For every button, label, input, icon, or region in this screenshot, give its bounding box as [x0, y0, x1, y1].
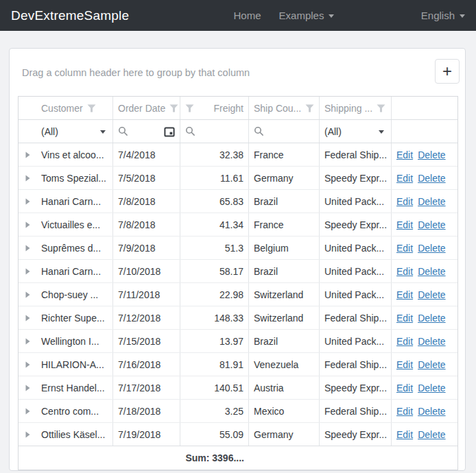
delete-link[interactable]: Delete	[418, 266, 445, 277]
order-date-cell: 7/18/2018	[113, 400, 180, 422]
customer-cell: Victuailles e...	[36, 213, 113, 236]
expand-cell	[19, 283, 36, 306]
nav-menu: Home Examples	[216, 10, 335, 21]
order-date-cell: 7/17/2018	[113, 376, 180, 399]
customer-cell: Richter Supe...	[36, 306, 113, 329]
shipping-cell: United Pack...	[320, 190, 392, 213]
expand-cell	[19, 190, 36, 213]
language-selector[interactable]: English	[421, 10, 465, 21]
filter-freight-input[interactable]	[180, 120, 249, 143]
actions-cell: Edit Delete	[392, 376, 459, 399]
edit-link[interactable]: Edit	[396, 243, 413, 254]
filter-funnel-icon[interactable]	[87, 104, 96, 112]
table-row: HILARION-A... 7/16/2018 81.91 Venezuela …	[19, 353, 457, 376]
group-panel-drop-zone[interactable]: Drag a column header here to group by th…	[22, 67, 250, 78]
edit-link[interactable]: Edit	[396, 289, 413, 300]
delete-link[interactable]: Delete	[418, 406, 445, 417]
order-date-cell: 7/5/2018	[113, 167, 180, 189]
delete-link[interactable]: Delete	[418, 289, 445, 300]
column-header-freight[interactable]: Freight	[180, 97, 249, 119]
freight-cell: 51.3	[180, 236, 249, 259]
expand-cell	[19, 423, 36, 446]
filter-funnel-icon[interactable]	[185, 104, 194, 112]
add-row-button[interactable]: +	[435, 59, 460, 84]
chevron-down-icon[interactable]	[379, 130, 384, 134]
ship-country-cell: Brazil	[249, 190, 320, 213]
freight-cell: 41.34	[180, 213, 249, 236]
column-header-ship-country[interactable]: Ship Cou...	[249, 97, 320, 119]
actions-cell: Edit Delete	[392, 283, 459, 306]
actions-cell: Edit Delete	[392, 213, 459, 236]
calendar-icon[interactable]	[164, 126, 175, 137]
actions-cell: Edit Delete	[392, 353, 459, 376]
filter-customer-select[interactable]: (All)	[36, 120, 113, 143]
order-date-cell: 7/11/2018	[113, 283, 180, 306]
search-icon	[185, 126, 195, 136]
filter-ship-country-input[interactable]	[249, 120, 320, 143]
delete-link[interactable]: Delete	[418, 336, 445, 347]
expand-row-icon[interactable]	[25, 268, 30, 275]
delete-link[interactable]: Delete	[418, 219, 445, 230]
grid-filter-row: (All)	[19, 120, 457, 143]
edit-link[interactable]: Edit	[396, 173, 413, 184]
expand-row-icon[interactable]	[25, 175, 30, 182]
expand-row-icon[interactable]	[25, 431, 30, 438]
delete-link[interactable]: Delete	[418, 243, 445, 254]
delete-link[interactable]: Delete	[418, 313, 445, 324]
expand-row-icon[interactable]	[25, 221, 30, 228]
expand-row-icon[interactable]	[25, 245, 30, 252]
expand-row-icon[interactable]	[25, 315, 30, 322]
nav-item-examples[interactable]: Examples	[279, 10, 335, 21]
edit-link[interactable]: Edit	[396, 266, 413, 277]
filter-funnel-icon[interactable]	[169, 104, 178, 112]
edit-link[interactable]: Edit	[396, 383, 413, 393]
expand-row-icon[interactable]	[25, 198, 30, 205]
expand-column-header	[19, 97, 36, 119]
edit-link[interactable]: Edit	[396, 219, 413, 230]
app-brand[interactable]: DevExtremeSample	[11, 8, 129, 23]
delete-link[interactable]: Delete	[418, 196, 445, 207]
customer-cell: Ottilies Käsel...	[36, 423, 113, 446]
table-row: Hanari Carn... 7/8/2018 65.83 Brazil Uni…	[19, 190, 457, 213]
filter-shipping-select[interactable]: (All)	[320, 120, 392, 143]
expand-row-icon[interactable]	[25, 151, 30, 158]
delete-link[interactable]: Delete	[418, 173, 445, 184]
edit-link[interactable]: Edit	[396, 429, 413, 440]
column-header-customer[interactable]: Customer	[36, 97, 113, 119]
column-header-shipping[interactable]: Shipping ...	[320, 97, 392, 119]
grid-header-row: Customer Order Date Freight Ship Cou...	[19, 97, 457, 120]
ship-country-cell: Switzerland	[249, 283, 320, 306]
filter-funnel-icon[interactable]	[305, 104, 314, 112]
expand-row-icon[interactable]	[25, 361, 30, 368]
edit-link[interactable]: Edit	[396, 196, 413, 207]
freight-cell: 55.09	[180, 423, 249, 446]
expand-row-icon[interactable]	[25, 385, 30, 391]
edit-link[interactable]: Edit	[396, 313, 413, 324]
expand-row-icon[interactable]	[25, 408, 30, 415]
nav-right: English	[421, 10, 465, 21]
shipping-cell: United Pack...	[320, 260, 392, 282]
filter-customer-value: (All)	[41, 126, 58, 137]
delete-link[interactable]: Delete	[418, 149, 445, 160]
edit-link[interactable]: Edit	[396, 406, 413, 417]
filter-funnel-icon[interactable]	[377, 104, 385, 112]
delete-link[interactable]: Delete	[418, 359, 445, 370]
column-header-order-date[interactable]: Order Date	[113, 97, 180, 119]
edit-link[interactable]: Edit	[396, 149, 413, 160]
chevron-down-icon[interactable]	[100, 130, 106, 134]
plus-icon: +	[442, 63, 452, 80]
expand-row-icon[interactable]	[25, 291, 30, 298]
filter-order-date-input[interactable]	[113, 120, 180, 143]
customer-cell: Hanari Carn...	[36, 190, 113, 213]
expand-row-icon[interactable]	[25, 338, 30, 345]
delete-link[interactable]: Delete	[418, 429, 445, 440]
ship-country-cell: Venezuela	[249, 353, 320, 376]
top-navbar: DevExtremeSample Home Examples English	[0, 0, 476, 31]
edit-link[interactable]: Edit	[396, 359, 413, 370]
nav-item-home[interactable]: Home	[234, 10, 261, 21]
actions-cell: Edit Delete	[392, 400, 459, 422]
delete-link[interactable]: Delete	[418, 383, 445, 393]
table-row: Victuailles e... 7/8/2018 41.34 France S…	[19, 213, 457, 236]
edit-link[interactable]: Edit	[396, 336, 413, 347]
shipping-cell: Speedy Expr...	[320, 376, 392, 399]
